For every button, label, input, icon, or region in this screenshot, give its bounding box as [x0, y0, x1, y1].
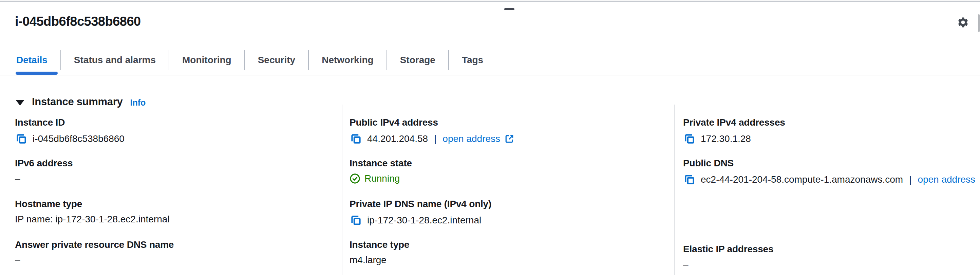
tab-monitoring[interactable]: Monitoring [169, 50, 244, 70]
field-value: ec2-44-201-204-58.compute-1.amazonaws.co… [701, 174, 903, 185]
field-instance-type: Instance type m4.large [350, 239, 655, 275]
field-public-dns: Public DNS ec2-44-201-204-58.compute-1.a… [683, 158, 980, 198]
tab-tags[interactable]: Tags [448, 50, 496, 70]
instance-id-title: i-045db6f8c538b6860 [15, 14, 141, 29]
field-value: Running [364, 173, 400, 184]
field-label: Instance ID [15, 117, 327, 128]
field-value: m4.large [350, 255, 387, 265]
info-link[interactable]: Info [130, 98, 146, 108]
field-value: – [683, 259, 689, 270]
tab-storage[interactable]: Storage [387, 50, 448, 70]
value-separator: | [909, 174, 912, 185]
copy-icon [683, 133, 696, 145]
copy-button[interactable] [15, 133, 28, 145]
tab-status-and-alarms[interactable]: Status and alarms [60, 50, 169, 70]
tabs-bottom-rule [0, 75, 980, 75]
field-hostname-type: Hostname type IP name: ip-172-30-1-28.ec… [15, 198, 327, 239]
field-private-ipv4-addresses: Private IPv4 addresses 172.30.1.28 [683, 117, 980, 158]
caret-down-icon [16, 100, 24, 106]
copy-icon [350, 133, 362, 145]
field-public-ipv4: Public IPv4 address 44.201.204.58 | open… [350, 117, 655, 158]
field-label: Hostname type [15, 198, 327, 209]
field-ipv6-address: IPv6 address – [15, 158, 327, 198]
field-label: Instance type [350, 239, 655, 250]
field-label: Private IP DNS name (IPv4 only) [350, 198, 655, 209]
field-value: IP name: ip-172-30-1-28.ec2.internal [15, 214, 170, 225]
summary-column-3: Private IPv4 addresses 172.30.1.28 Publi… [683, 117, 980, 275]
field-instance-id: Instance ID i-045db6f8c538b6860 [15, 117, 327, 158]
copy-button[interactable] [683, 133, 696, 145]
field-value: 172.30.1.28 [701, 133, 751, 144]
open-address-link[interactable]: open address [918, 174, 980, 185]
copy-button[interactable] [683, 173, 696, 186]
copy-icon [683, 173, 696, 186]
detail-tabs: Details Status and alarms Monitoring Sec… [3, 50, 496, 70]
field-label: Private IPv4 addresses [683, 117, 980, 128]
scrollbar-thumb[interactable] [978, 14, 980, 32]
copy-button[interactable] [350, 214, 363, 227]
field-instance-state: Instance state Running [350, 158, 655, 198]
field-label: Elastic IP addresses [683, 244, 980, 255]
section-title: Instance summary [32, 96, 123, 108]
field-answer-private-resource-dns: Answer private resource DNS name – [15, 239, 327, 275]
tab-security[interactable]: Security [244, 50, 309, 70]
field-elastic-ip-addresses: Elastic IP addresses – [683, 244, 980, 275]
tab-networking[interactable]: Networking [308, 50, 386, 70]
instance-summary-header[interactable]: Instance summary Info [16, 96, 146, 108]
field-value: – [15, 173, 21, 184]
copy-icon [350, 214, 362, 227]
field-value: 44.201.204.58 [367, 133, 428, 144]
field-label: IPv6 address [15, 158, 327, 169]
check-circle-icon [350, 173, 360, 184]
field-value: i-045db6f8c538b6860 [33, 133, 124, 144]
copy-button[interactable] [350, 133, 363, 145]
field-value: ip-172-30-1-28.ec2.internal [367, 215, 481, 226]
external-link-icon [504, 134, 514, 144]
panel-top-border [0, 0, 980, 2]
field-label: Public IPv4 address [350, 117, 655, 128]
field-label: Answer private resource DNS name [15, 239, 327, 250]
copy-icon [15, 133, 27, 145]
status-badge: Running [350, 173, 400, 184]
field-private-ip-dns-name: Private IP DNS name (IPv4 only) ip-172-3… [350, 198, 655, 239]
column-divider [342, 105, 342, 275]
tab-details[interactable]: Details [3, 50, 60, 70]
summary-column-1: Instance ID i-045db6f8c538b6860 IPv6 add… [15, 117, 327, 275]
open-address-link[interactable]: open address [442, 133, 514, 144]
column-divider [674, 105, 675, 275]
field-label: Instance state [350, 158, 655, 169]
summary-column-2: Public IPv4 address 44.201.204.58 | open… [350, 117, 655, 275]
field-value: – [15, 255, 21, 265]
settings-button[interactable] [957, 16, 970, 29]
field-label: Public DNS [683, 158, 980, 169]
field-empty [683, 203, 980, 244]
value-separator: | [434, 133, 436, 144]
split-panel-drag-handle[interactable] [504, 8, 514, 10]
gear-icon [957, 16, 970, 29]
